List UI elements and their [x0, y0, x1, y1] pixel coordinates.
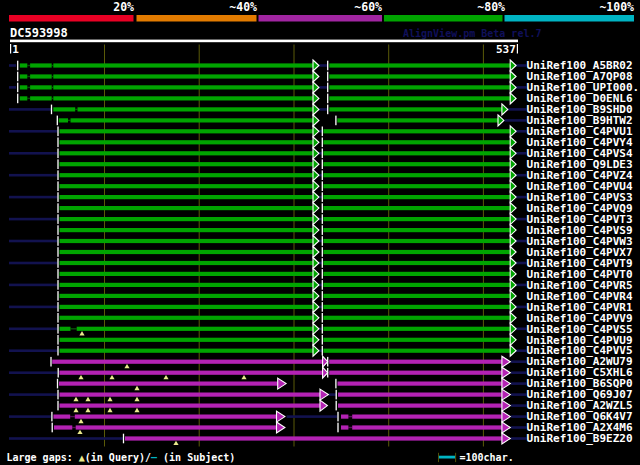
hsp-bar[interactable] [20, 63, 28, 67]
subject-overhang-line [511, 393, 527, 396]
hsp-bar[interactable] [60, 173, 313, 177]
hsp-bar[interactable] [60, 316, 313, 320]
hsp-bar[interactable] [30, 85, 52, 89]
hsp-bar[interactable] [323, 316, 510, 320]
hsp-bar[interactable] [53, 107, 75, 111]
subject-overhang-line [9, 240, 57, 243]
hsp-bar[interactable] [329, 85, 510, 89]
hsp-bar[interactable] [323, 283, 510, 287]
hsp-bar[interactable] [60, 349, 313, 353]
hsp-bar[interactable] [323, 195, 510, 199]
hsp-bar[interactable] [323, 349, 510, 353]
hsp-bar[interactable] [60, 250, 313, 254]
hsp-bar[interactable] [71, 118, 313, 122]
hsp-bar[interactable] [59, 118, 68, 122]
hsp-start-tick [17, 72, 18, 82]
hsp-bar[interactable] [323, 140, 510, 144]
hsp-bar[interactable] [60, 206, 313, 210]
hsp-bar[interactable] [323, 327, 510, 331]
hsp-bar[interactable] [20, 85, 28, 89]
hsp-bar[interactable] [53, 415, 70, 419]
hsp-bar[interactable] [60, 404, 321, 408]
hsp-start-tick [322, 313, 323, 323]
hsp-bar[interactable] [323, 184, 510, 188]
hsp-bar[interactable] [59, 371, 322, 375]
hsp-bar[interactable] [60, 162, 313, 166]
hsp-bar[interactable] [323, 294, 510, 298]
hsp-bar[interactable] [53, 96, 313, 100]
hsp-bar[interactable] [329, 96, 510, 100]
hsp-bar[interactable] [341, 425, 348, 429]
hsp-bar[interactable] [60, 195, 313, 199]
hsp-start-tick [57, 335, 58, 345]
hsp-bar[interactable] [60, 239, 313, 243]
hsp-bar[interactable] [60, 283, 313, 287]
hsp-bar[interactable] [77, 327, 313, 331]
hsp-bar[interactable] [78, 107, 313, 111]
query-title: DC593998 [10, 26, 68, 40]
hsp-bar[interactable] [60, 217, 313, 221]
hsp-bar[interactable] [60, 228, 313, 232]
hsp-bar[interactable] [60, 140, 313, 144]
hsp-bar[interactable] [60, 338, 313, 342]
hsp-bar[interactable] [125, 436, 502, 440]
hsp-bar[interactable] [53, 74, 313, 78]
hsp-start-tick [322, 280, 323, 290]
hsp-bar[interactable] [323, 129, 510, 133]
hsp-bar[interactable] [338, 393, 502, 397]
subject-overhang-line [9, 152, 57, 155]
hsp-bar[interactable] [54, 425, 72, 429]
hsp-bar[interactable] [329, 74, 510, 78]
hsp-bar[interactable] [53, 63, 313, 67]
hsp-bar[interactable] [338, 382, 502, 386]
hsp-bar[interactable] [329, 371, 502, 375]
hsp-bar[interactable] [337, 118, 498, 122]
hsp-bar[interactable] [59, 382, 278, 386]
hsp-bar[interactable] [30, 63, 52, 67]
subject-gap-line [52, 65, 54, 66]
hsp-bar[interactable] [60, 129, 313, 133]
hsp-bar[interactable] [323, 228, 510, 232]
hsp-bar[interactable] [323, 272, 510, 276]
hsp-bar[interactable] [323, 338, 510, 342]
hsp-bar[interactable] [53, 85, 313, 89]
hsp-bar[interactable] [60, 393, 321, 397]
hsp-bar[interactable] [338, 404, 502, 408]
hsp-start-tick [322, 269, 323, 279]
hsp-bar[interactable] [60, 305, 313, 309]
hsp-bar[interactable] [323, 162, 510, 166]
hsp-bar[interactable] [329, 107, 502, 111]
hsp-bar[interactable] [323, 151, 510, 155]
hsp-bar[interactable] [60, 294, 313, 298]
hsp-bar[interactable] [60, 272, 313, 276]
hsp-bar[interactable] [76, 425, 277, 429]
hsp-bar[interactable] [329, 63, 510, 67]
hsp-bar[interactable] [323, 206, 510, 210]
hsp-bar[interactable] [52, 360, 322, 364]
hsp-bar[interactable] [323, 173, 510, 177]
hsp-bar[interactable] [60, 261, 313, 265]
hsp-bar[interactable] [30, 74, 52, 78]
hsp-bar[interactable] [20, 74, 28, 78]
hsp-bar[interactable] [30, 96, 52, 100]
subject-label[interactable]: UniRef100_B9EZ20 [527, 432, 633, 445]
hsp-bar[interactable] [75, 415, 277, 419]
hsp-bar[interactable] [352, 415, 502, 419]
hsp-bar[interactable] [60, 151, 313, 155]
subject-overhang-line [329, 393, 337, 396]
hsp-bar[interactable] [341, 415, 348, 419]
hsp-bar[interactable] [323, 250, 510, 254]
hsp-start-tick [57, 203, 58, 213]
hsp-start-tick [327, 72, 328, 82]
hsp-bar[interactable] [60, 184, 313, 188]
hsp-bar[interactable] [60, 327, 71, 331]
hsp-bar[interactable] [323, 217, 510, 221]
hsp-bar[interactable] [329, 360, 502, 364]
hsp-bar[interactable] [20, 96, 28, 100]
subject-overhang-line [516, 284, 526, 287]
hsp-bar[interactable] [323, 239, 510, 243]
hsp-bar[interactable] [323, 305, 510, 309]
subject-overhang-line [9, 437, 123, 440]
hsp-bar[interactable] [352, 425, 502, 429]
hsp-bar[interactable] [323, 261, 510, 265]
